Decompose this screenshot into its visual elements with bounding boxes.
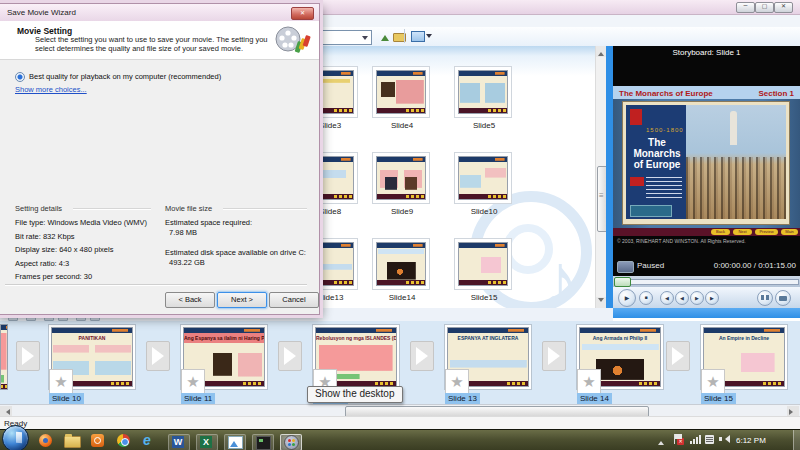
dialog-header: Movie Setting Select the setting you wan… — [0, 21, 319, 60]
start-button[interactable] — [2, 425, 29, 450]
seek-thumb[interactable] — [614, 277, 631, 287]
stop-button[interactable] — [639, 291, 653, 305]
preview-bottom-border — [613, 308, 800, 318]
show-more-choices-link[interactable]: Show more choices... — [15, 85, 87, 94]
collection-thumbnail[interactable]: Slide4 — [372, 66, 430, 118]
storyboard-slide-label[interactable]: Slide 11 — [181, 393, 215, 404]
volume-icon[interactable] — [719, 435, 730, 444]
transition-arrow-icon[interactable] — [542, 341, 566, 371]
storyboard-slide-label[interactable]: Slide 10 — [49, 393, 84, 404]
best-quality-radio[interactable] — [15, 72, 25, 82]
play-button[interactable] — [618, 289, 636, 307]
minimize-button[interactable] — [736, 2, 755, 13]
views-caret-icon[interactable] — [426, 29, 440, 43]
up-one-level-icon[interactable] — [378, 29, 392, 43]
chrome-icon[interactable] — [114, 434, 134, 449]
taskbar-clock[interactable]: 6:12 PM — [736, 436, 784, 445]
slide-body: 1500-1800 The Monarchs of Europe — [613, 99, 800, 228]
setting-line: Display size: 640 x 480 pixels — [15, 245, 147, 254]
toolbar-separator — [404, 29, 405, 43]
back-button[interactable]: < Back — [165, 292, 215, 308]
dialog-titlebar[interactable]: Save Movie Wizard — [0, 4, 319, 21]
transition-arrow-icon[interactable] — [410, 341, 434, 371]
collection-thumbnail[interactable]: Slide5 — [454, 66, 512, 118]
thumbnail-label: Slide4 — [373, 121, 431, 130]
disk-space-label: Estimated disk space available on drive … — [165, 248, 306, 257]
dialog-close-icon[interactable] — [291, 7, 314, 20]
theme-box — [630, 205, 672, 217]
procession-painting — [686, 105, 786, 219]
back-frame-button[interactable] — [675, 291, 689, 305]
internet-explorer-icon[interactable] — [140, 434, 160, 449]
cancel-button[interactable]: Cancel — [269, 292, 319, 308]
previous-clip-button[interactable] — [660, 291, 674, 305]
show-hidden-icons-icon[interactable] — [658, 438, 664, 445]
effect-star-icon[interactable] — [181, 369, 205, 395]
action-center-icon[interactable] — [674, 434, 683, 444]
storyboard-slide[interactable]: Rebolusyon ng mga ISLANDES (Dutch) Slide… — [312, 324, 400, 390]
storyboard-slide-label[interactable]: Slide 14 — [577, 393, 612, 404]
storyboard-slide[interactable]: An Empire in Decline Slide 15 — [700, 324, 788, 390]
taskbar: 6:12 PM — [0, 429, 800, 450]
collection-thumbnail[interactable]: Slide14 — [372, 238, 430, 290]
movie-maker-reel-icon — [273, 25, 311, 57]
seek-track[interactable] — [615, 279, 799, 285]
transition-arrow-icon[interactable] — [146, 341, 170, 371]
effect-star-icon[interactable] — [49, 369, 73, 395]
transition-arrow-icon[interactable] — [666, 341, 690, 371]
effect-star-icon[interactable] — [445, 369, 469, 395]
show-desktop-tooltip: Show the desktop — [307, 386, 403, 403]
storyboard-slide[interactable]: ESPANYA AT INGLATERA Slide 13 — [444, 324, 532, 390]
pictures-app-icon[interactable] — [224, 434, 246, 450]
storyboard-slide[interactable]: Ang Espanya sa ilalim ni Haring Philip I… — [180, 324, 268, 390]
pane-splitter[interactable] — [606, 46, 613, 308]
mini-slide-title: An Empire in Decline — [704, 333, 784, 343]
word-icon[interactable] — [168, 434, 190, 450]
firefox-icon[interactable] — [36, 434, 56, 449]
slide-nav-preview-button[interactable]: Preview — [755, 229, 778, 235]
take-picture-button[interactable] — [775, 290, 791, 306]
seek-bar[interactable] — [613, 276, 800, 287]
forward-frame-button[interactable] — [690, 291, 704, 305]
slide-header-section: Section 1 — [758, 89, 794, 98]
collection-thumbnail[interactable]: Slide9 — [372, 152, 430, 204]
maximize-button[interactable] — [755, 2, 774, 13]
views-icon[interactable] — [410, 29, 424, 43]
thumbnail-label: Slide15 — [455, 293, 513, 302]
storyboard-slide-label[interactable]: Slide 13 — [445, 393, 480, 404]
effect-star-icon[interactable] — [577, 369, 601, 395]
thumbnail-label: Slide14 — [373, 293, 431, 302]
explorer-folder-icon[interactable] — [62, 434, 82, 449]
dialog-description: Select the setting you want to use to sa… — [35, 36, 273, 53]
excel-icon[interactable] — [196, 434, 218, 450]
slide-nav-next-button[interactable]: Next — [733, 229, 752, 235]
mini-slide-body — [377, 162, 425, 194]
mini-slide-body — [377, 76, 425, 108]
split-clip-button[interactable] — [757, 290, 773, 306]
show-desktop-button[interactable] — [793, 430, 800, 450]
collection-thumbnail[interactable]: Slide15 — [454, 238, 512, 290]
slide-nav-back-button[interactable]: Back — [711, 229, 730, 235]
space-required-label: Estimated space required: — [165, 218, 252, 227]
storyboard-slide[interactable]: Ang Armada ni Philip II Slide 14 — [576, 324, 664, 390]
close-button[interactable] — [774, 2, 793, 13]
media-player-icon[interactable] — [88, 434, 108, 449]
dark-app-icon[interactable] — [252, 434, 274, 450]
mini-slide-title: Ang Armada ni Philip II — [580, 333, 660, 343]
storyboard-slide-label[interactable]: Slide 15 — [701, 393, 736, 404]
input-indicator-icon[interactable] — [705, 435, 714, 444]
setting-line: File type: Windows Media Video (WMV) — [15, 218, 147, 227]
effect-star-icon[interactable] — [701, 369, 725, 395]
next-button[interactable]: Next > — [217, 292, 267, 308]
setting-line: Aspect ratio: 4:3 — [15, 259, 147, 268]
next-clip-button[interactable] — [705, 291, 719, 305]
preview-header: Storyboard: Slide 1 — [613, 46, 800, 59]
screen: Slide3 Slide4 Slide5 Slide8 Slide9 Slide… — [0, 0, 800, 450]
movie-maker-taskbar-button[interactable] — [280, 434, 302, 450]
network-icon[interactable] — [690, 435, 701, 444]
transition-arrow-icon[interactable] — [278, 341, 302, 371]
transition-arrow-icon[interactable] — [16, 341, 40, 371]
storyboard-slide[interactable]: PANITIKAN Slide 10 — [48, 324, 136, 390]
collection-thumbnail[interactable]: Slide10 — [454, 152, 512, 204]
slide-nav-main-button[interactable]: Main — [781, 229, 798, 235]
